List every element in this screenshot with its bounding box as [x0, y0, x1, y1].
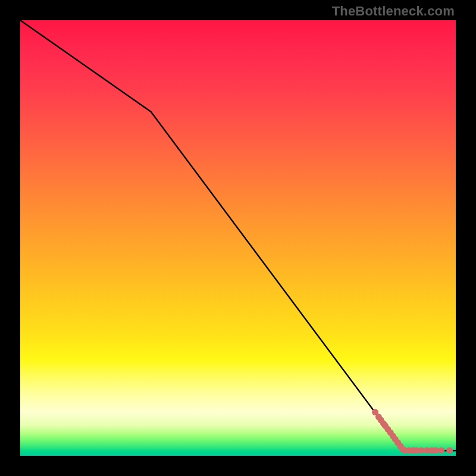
watermark-label: TheBottleneck.com: [332, 4, 455, 19]
data-markers: [372, 409, 453, 453]
plot-area: [20, 20, 456, 456]
data-point: [418, 447, 425, 454]
data-point: [438, 447, 444, 454]
chart-frame: TheBottleneck.com: [0, 0, 476, 476]
data-point: [433, 447, 439, 454]
data-point: [446, 447, 453, 454]
curve-layer: [20, 20, 456, 456]
main-curve: [20, 20, 456, 450]
